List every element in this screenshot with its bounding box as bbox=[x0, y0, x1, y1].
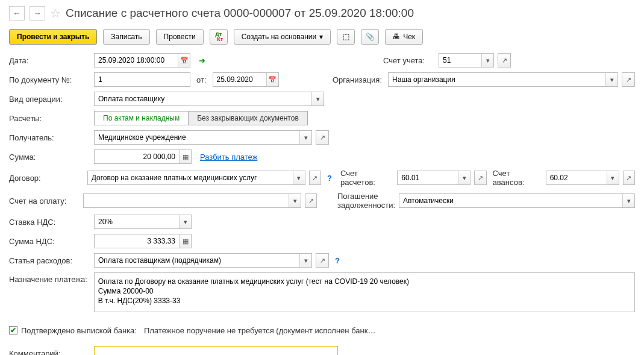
label-advance: Счет авансов: bbox=[490, 169, 542, 187]
label-vatamount: Сумма НДС: bbox=[9, 237, 90, 246]
label-purpose: Назначение платежа: bbox=[9, 272, 90, 284]
open-icon[interactable]: ↗ bbox=[309, 171, 321, 185]
advance-input[interactable] bbox=[546, 171, 607, 184]
label-calcs: Расчеты: bbox=[9, 114, 90, 123]
label-settle: Счет расчетов: bbox=[338, 169, 393, 187]
docno-input[interactable] bbox=[95, 73, 190, 86]
chevron-down-icon[interactable]: ▾ bbox=[607, 171, 619, 184]
label-recipient: Получатель: bbox=[9, 133, 90, 142]
open-icon[interactable]: ↗ bbox=[316, 253, 329, 268]
open-icon[interactable]: ↗ bbox=[623, 171, 635, 185]
chevron-down-icon[interactable]: ▾ bbox=[299, 131, 311, 144]
page-title: Списание с расчетного счета 0000-000007 … bbox=[66, 7, 414, 20]
comment-input[interactable] bbox=[94, 346, 338, 355]
settle-input[interactable] bbox=[398, 171, 458, 184]
post-close-button[interactable]: Провести и закрыть bbox=[9, 29, 97, 45]
chevron-down-icon: ▾ bbox=[319, 33, 323, 41]
label-vatrate: Ставка НДС: bbox=[9, 218, 90, 227]
split-link[interactable]: Разбить платеж bbox=[195, 152, 257, 162]
purpose-textarea[interactable] bbox=[94, 272, 635, 312]
label-org: Организация: bbox=[330, 75, 384, 84]
recipient-input[interactable] bbox=[95, 131, 299, 144]
nav-forward[interactable]: → bbox=[30, 6, 45, 20]
label-contract: Договор: bbox=[9, 174, 84, 183]
open-icon[interactable]: ↗ bbox=[474, 171, 486, 185]
confirmed-text: Платежное поручение не требуется (докуме… bbox=[140, 326, 375, 335]
help-icon[interactable]: ? bbox=[333, 256, 342, 265]
label-debt: Погашение задолженности: bbox=[335, 192, 395, 210]
open-icon[interactable]: ↗ bbox=[622, 72, 635, 87]
check-icon: ✔ bbox=[9, 326, 17, 335]
label-comment: Комментарий: bbox=[9, 349, 90, 356]
open-icon[interactable]: ↗ bbox=[305, 193, 316, 208]
costitem-input[interactable] bbox=[95, 254, 299, 267]
open-icon[interactable]: ↗ bbox=[316, 130, 329, 145]
star-icon[interactable]: ☆ bbox=[50, 6, 61, 20]
dtkt-button[interactable]: Дт Кт bbox=[210, 29, 228, 45]
arrow-icon[interactable]: ➜ bbox=[194, 56, 210, 65]
attach-button[interactable]: 📎 bbox=[361, 29, 379, 45]
label-from: от: bbox=[194, 75, 209, 84]
calendar-icon[interactable]: 📅 bbox=[266, 73, 278, 86]
account-input[interactable] bbox=[439, 54, 481, 67]
help-icon[interactable]: ? bbox=[325, 174, 334, 183]
chevron-down-icon[interactable]: ▾ bbox=[293, 171, 305, 184]
label-date: Дата: bbox=[9, 56, 90, 65]
label-amount: Сумма: bbox=[9, 152, 90, 162]
org-input[interactable] bbox=[389, 73, 605, 86]
label-costitem: Статья расходов: bbox=[9, 256, 90, 265]
toggle-no-docs[interactable]: Без закрывающих документов bbox=[188, 111, 308, 125]
toggle-by-acts[interactable]: По актам и накладным bbox=[94, 111, 188, 125]
chevron-down-icon[interactable]: ▾ bbox=[605, 73, 617, 86]
contract-input[interactable] bbox=[88, 171, 293, 184]
confirmed-checkbox[interactable]: ✔ Подтверждено выпиской банка: bbox=[9, 326, 137, 335]
optype-input[interactable] bbox=[95, 92, 311, 105]
date-input[interactable] bbox=[95, 54, 178, 67]
structure-button[interactable]: ⬚ bbox=[337, 29, 355, 45]
invoice-input[interactable] bbox=[84, 194, 289, 207]
open-icon[interactable]: ↗ bbox=[498, 53, 511, 68]
chevron-down-icon[interactable]: ▾ bbox=[311, 92, 324, 105]
amount-input[interactable] bbox=[95, 150, 179, 163]
confirmed-label: Подтверждено выпиской банка: bbox=[21, 326, 137, 335]
vatrate-input[interactable] bbox=[95, 215, 179, 228]
label-optype: Вид операции: bbox=[9, 95, 90, 104]
chevron-down-icon[interactable]: ▾ bbox=[289, 194, 301, 207]
chevron-down-icon[interactable]: ▾ bbox=[458, 171, 470, 184]
debt-input[interactable] bbox=[399, 194, 622, 207]
label-docno: По документу №: bbox=[9, 75, 90, 84]
create-based-button[interactable]: Создать на основании ▾ bbox=[234, 29, 331, 45]
save-button[interactable]: Записать bbox=[103, 29, 149, 45]
calc-icon[interactable]: ▦ bbox=[179, 234, 191, 248]
post-button[interactable]: Провести bbox=[156, 29, 204, 45]
chevron-down-icon[interactable]: ▾ bbox=[179, 215, 191, 228]
calendar-icon[interactable]: 📅 bbox=[178, 54, 190, 67]
check-button[interactable]: 🖶 Чек bbox=[385, 29, 423, 45]
calc-icon[interactable]: ▦ bbox=[179, 150, 191, 163]
vatamount-input[interactable] bbox=[95, 234, 179, 248]
docdate-input[interactable] bbox=[213, 73, 266, 86]
chevron-down-icon[interactable]: ▾ bbox=[481, 54, 493, 67]
label-account: Счет учета: bbox=[381, 56, 435, 65]
nav-back[interactable]: ← bbox=[9, 6, 25, 20]
label-invoice: Счет на оплату: bbox=[9, 196, 80, 206]
chevron-down-icon[interactable]: ▾ bbox=[622, 194, 634, 207]
chevron-down-icon[interactable]: ▾ bbox=[299, 254, 311, 267]
